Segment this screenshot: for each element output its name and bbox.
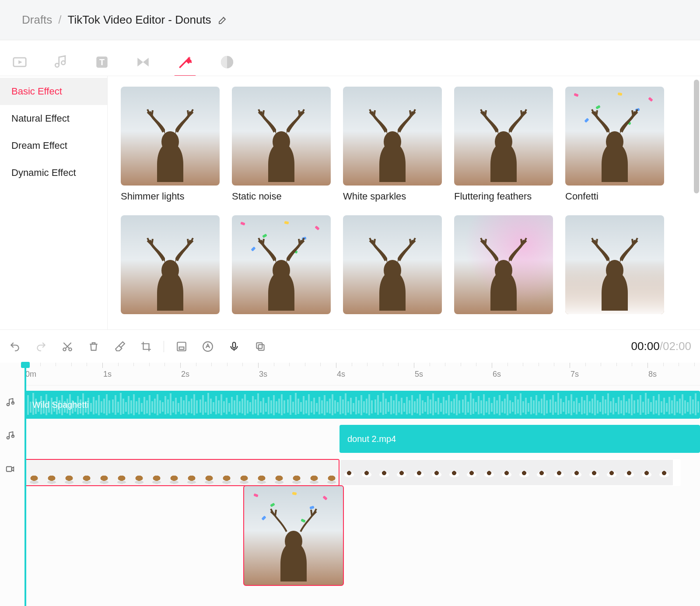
effect-item[interactable]: Fluttering feathers [454,87,553,202]
svg-rect-12 [259,344,264,350]
ruler-tick-label: 3s [259,370,267,379]
duplicate-icon[interactable] [254,340,266,353]
auto-caption-icon[interactable] [202,340,214,353]
svg-rect-13 [256,343,262,348]
svg-point-7 [69,348,72,351]
effect-label: Fluttering feathers [454,191,553,202]
time-display: 00:00/02:00 [631,340,691,353]
effect-item[interactable]: White sparkles [343,87,442,202]
breadcrumb-title: TikTok Video Editor - Donuts [68,13,211,27]
effect-thumbnail[interactable] [343,215,442,314]
effect-grid: Shimmer lightsStatic noiseWhite sparkles… [121,87,687,319]
effect-item[interactable] [232,215,331,319]
audio-clip-wild-spaghetti[interactable]: Wild Spaghetti [24,391,700,419]
effect-thumbnail[interactable] [454,87,553,186]
tab-effects[interactable] [177,49,193,75]
timeline: 0m1s2s3s4s5s6s7s8s Wild Spaghetti donut … [0,363,700,606]
effect-drag-preview[interactable] [243,485,344,586]
audio-track-2: donut 2.mp4 [24,425,700,453]
confetti-overlay [244,486,343,585]
effect-category-natural[interactable]: Natural Effect [0,105,107,132]
effect-category-dream[interactable]: Dream Effect [0,132,107,159]
timeline-toolbar: 00:00/02:00 [0,329,700,363]
effect-category-basic[interactable]: Basic Effect [0,78,107,105]
track-audio-icon [5,431,18,442]
effect-thumbnail[interactable] [121,87,220,186]
effect-label: Confetti [565,191,664,202]
confetti-overlay [232,215,331,314]
ruler-tick-label: 0m [25,370,36,379]
tab-filters[interactable] [220,49,234,75]
effect-label: White sparkles [343,191,442,202]
effect-item[interactable] [121,215,220,319]
svg-rect-18 [7,467,12,472]
svg-rect-11 [233,342,236,348]
breadcrumb-root[interactable]: Drafts [22,13,52,27]
effect-item[interactable]: Confetti [565,87,664,202]
track-audio-icon [5,398,18,409]
ruler-tick-label: 5s [415,370,423,379]
time-current: 00:00 [631,340,660,353]
effect-thumbnail[interactable] [565,87,664,186]
time-ruler[interactable]: 0m1s2s3s4s5s6s7s8s [24,363,700,385]
effects-panel: Basic Effect Natural Effect Dream Effect… [0,76,700,329]
tab-text[interactable]: T [94,49,109,75]
frame-icon[interactable] [175,340,188,353]
ruler-tick-label: 6s [493,370,501,379]
ruler-tick-label: 2s [181,370,189,379]
audio-track-1: Wild Spaghetti [24,391,700,419]
video-clip-b[interactable] [340,459,681,486]
effect-thumbnail[interactable] [565,215,664,314]
track-video-icon [5,464,18,476]
effect-thumbnail[interactable] [454,215,553,314]
tab-transitions[interactable] [136,49,150,75]
effect-label: Shimmer lights [121,191,220,202]
edit-title-icon[interactable] [217,15,228,25]
crop-icon[interactable] [140,340,152,353]
effect-item[interactable]: Shimmer lights [121,87,220,202]
undo-icon[interactable] [9,340,21,353]
effect-thumbnail[interactable] [121,215,220,314]
effect-thumbnail[interactable] [232,87,331,186]
effect-category-list: Basic Effect Natural Effect Dream Effect… [0,76,108,329]
ruler-tick-label: 1s [103,370,112,379]
cut-icon[interactable] [61,340,74,353]
effect-item[interactable] [565,215,664,319]
svg-point-6 [63,348,66,351]
svg-marker-1 [18,60,22,64]
tab-audio[interactable] [53,49,68,75]
effect-category-dynamic[interactable]: Dynamic Effect [0,159,107,186]
ruler-tick-label: 4s [337,370,345,379]
asset-tab-strip: T [0,40,700,76]
effect-item[interactable] [454,215,553,319]
redo-icon[interactable] [35,340,47,353]
video-track [24,459,700,486]
effect-thumbnail[interactable] [343,87,442,186]
delete-icon[interactable] [88,340,100,353]
svg-point-17 [12,435,14,438]
effect-label: Static noise [232,191,331,202]
effect-item[interactable]: Static noise [232,87,331,202]
ruler-tick-label: 7s [570,370,579,379]
audio-clip-donut2[interactable]: donut 2.mp4 [340,425,700,453]
toolbar-divider [164,341,164,352]
svg-text:T: T [99,57,105,67]
effect-thumbnail[interactable] [232,215,331,314]
playhead[interactable] [24,363,26,606]
svg-point-15 [12,402,14,404]
ruler-tick-label: 8s [648,370,657,379]
time-total: 02:00 [663,340,691,353]
svg-rect-9 [179,347,184,349]
breadcrumb-separator: / [58,13,61,27]
erase-icon[interactable] [114,340,126,353]
svg-point-4 [190,61,192,63]
voiceover-icon[interactable] [228,340,240,353]
breadcrumb: Drafts / TikTok Video Editor - Donuts [0,0,700,40]
confetti-overlay [565,87,664,186]
audio-clip-label: donut 2.mp4 [347,434,396,444]
scrollbar-thumb[interactable] [694,80,699,193]
audio-clip-label: Wild Spaghetti [32,400,89,410]
tab-media[interactable] [12,49,27,75]
effect-item[interactable] [343,215,442,319]
video-clip-a[interactable] [24,459,340,486]
